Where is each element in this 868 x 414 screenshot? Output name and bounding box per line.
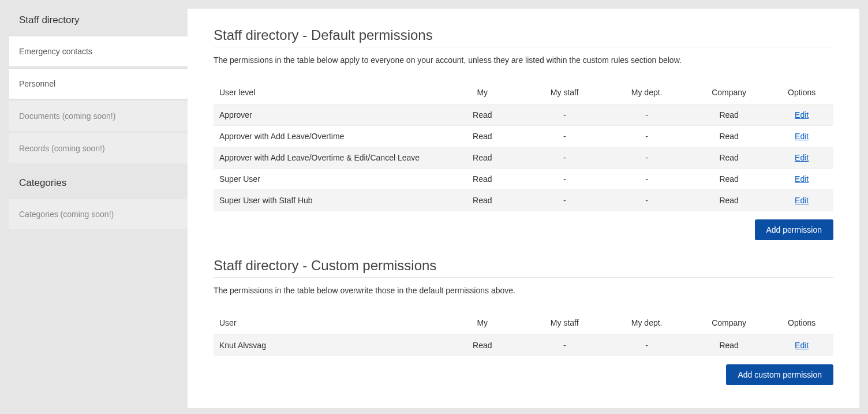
cell-my-staff: - [523, 126, 605, 147]
sidebar-item-label: Documents (coming soon!) [19, 111, 115, 121]
cell-my: Read [442, 105, 523, 126]
add-custom-permission-button[interactable]: Add custom permission [726, 364, 833, 385]
cell-company: Read [688, 190, 770, 211]
sidebar-heading-staff-directory: Staff directory [9, 9, 188, 36]
col-header-company: Company [688, 311, 770, 335]
col-header-my-dept: My dept. [605, 311, 687, 335]
col-header-user-level: User level [214, 81, 442, 105]
cell-company: Read [688, 105, 770, 126]
sidebar-item-label: Emergency contacts [19, 47, 92, 56]
col-header-my-dept: My dept. [605, 81, 687, 105]
custom-permissions-table: User My My staff My dept. Company Option… [214, 311, 833, 356]
default-permissions-desc: The permissions in the table below apply… [214, 55, 833, 65]
table-row: Approver Read - - Read Edit [214, 105, 833, 126]
col-header-my: My [442, 81, 523, 105]
sidebar-item-label: Records (coming soon!) [19, 144, 105, 153]
table-row: Approver with Add Leave/Overtime & Edit/… [214, 147, 833, 169]
sidebar-item-personnel[interactable]: Personnel [9, 69, 188, 99]
col-header-my: My [442, 311, 523, 335]
cell-my-dept: - [605, 190, 687, 211]
edit-link[interactable]: Edit [795, 174, 809, 184]
cell-my-dept: - [605, 147, 687, 169]
edit-link[interactable]: Edit [795, 110, 809, 120]
cell-my: Read [442, 335, 523, 356]
col-header-options: Options [770, 311, 833, 335]
table-row: Super User Read - - Read Edit [214, 169, 833, 190]
cell-my-staff: - [523, 190, 605, 211]
cell-my-dept: - [605, 105, 687, 126]
sidebar-item-documents: Documents (coming soon!) [9, 101, 188, 131]
table-row: Super User with Staff Hub Read - - Read … [214, 190, 833, 211]
edit-link[interactable]: Edit [795, 341, 809, 350]
cell-user: Knut Alvsvag [214, 335, 442, 356]
sidebar-item-label: Categories (coming soon!) [19, 210, 114, 219]
cell-user-level: Super User with Staff Hub [214, 190, 442, 211]
custom-permissions-title: Staff directory - Custom permissions [214, 258, 833, 278]
cell-my: Read [442, 126, 523, 147]
default-permissions-title: Staff directory - Default permissions [214, 27, 833, 47]
cell-my-dept: - [605, 169, 687, 190]
cell-my-staff: - [523, 335, 605, 356]
cell-my: Read [442, 147, 523, 169]
cell-company: Read [688, 126, 770, 147]
col-header-my-staff: My staff [523, 311, 605, 335]
cell-user-level: Approver with Add Leave/Overtime & Edit/… [214, 147, 442, 169]
main-panel: Staff directory - Default permissions Th… [188, 9, 859, 408]
cell-my: Read [442, 190, 523, 211]
sidebar-item-records: Records (coming soon!) [9, 133, 188, 163]
sidebar-item-categories: Categories (coming soon!) [9, 199, 188, 229]
sidebar-heading-categories: Categories [9, 166, 188, 199]
col-header-options: Options [770, 81, 833, 105]
cell-my-staff: - [523, 169, 605, 190]
sidebar-item-emergency-contacts[interactable]: Emergency contacts [9, 36, 188, 66]
sidebar-item-label: Personnel [19, 79, 55, 88]
add-permission-button[interactable]: Add permission [755, 219, 834, 240]
cell-user-level: Approver with Add Leave/Overtime [214, 126, 442, 147]
cell-company: Read [688, 335, 770, 356]
col-header-user: User [214, 311, 442, 335]
table-row: Knut Alvsvag Read - - Read Edit [214, 335, 833, 356]
default-permissions-table: User level My My staff My dept. Company … [214, 81, 833, 211]
cell-my-dept: - [605, 335, 687, 356]
col-header-my-staff: My staff [523, 81, 605, 105]
cell-my-staff: - [523, 147, 605, 169]
cell-my: Read [442, 169, 523, 190]
cell-my-dept: - [605, 126, 687, 147]
table-row: Approver with Add Leave/Overtime Read - … [214, 126, 833, 147]
cell-user-level: Approver [214, 105, 442, 126]
cell-company: Read [688, 169, 770, 190]
cell-my-staff: - [523, 105, 605, 126]
cell-company: Read [688, 147, 770, 169]
edit-link[interactable]: Edit [795, 196, 809, 205]
col-header-company: Company [688, 81, 770, 105]
cell-user-level: Super User [214, 169, 442, 190]
edit-link[interactable]: Edit [795, 132, 809, 141]
sidebar: Staff directory Emergency contacts Perso… [9, 9, 188, 408]
custom-permissions-desc: The permissions in the table below overw… [214, 286, 833, 295]
edit-link[interactable]: Edit [795, 153, 809, 162]
